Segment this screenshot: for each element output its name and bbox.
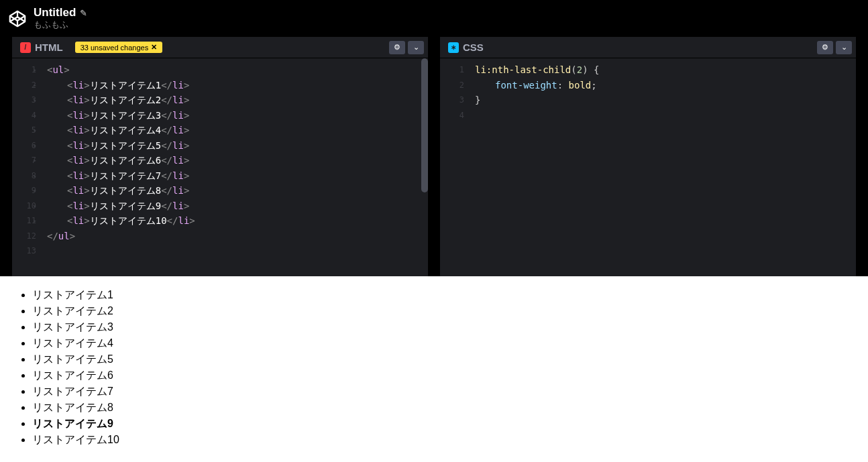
list-item: リストアイテム8: [32, 400, 863, 416]
css-panel: ∗ CSS ⚙ ⌄ 1234 li:nth-last-child(2) {fon…: [440, 37, 856, 276]
html-icon: /: [20, 42, 31, 53]
css-settings-button[interactable]: ⚙: [817, 41, 833, 54]
header-bar: Untitled ✎ もふもふ: [0, 0, 868, 37]
html-code[interactable]: <ul><li>リストアイテム1</li><li>リストアイテム2</li><l…: [42, 58, 428, 276]
list-item: リストアイテム5: [32, 351, 863, 367]
unsaved-text: 33 unsaved changes: [80, 44, 149, 52]
css-dropdown-button[interactable]: ⌄: [836, 41, 852, 54]
title-block: Untitled ✎ もふもふ: [34, 6, 87, 31]
scrollbar-thumb[interactable]: [421, 58, 428, 192]
edit-title-icon[interactable]: ✎: [80, 8, 87, 18]
html-tab-label: HTML: [35, 42, 63, 53]
chevron-down-icon: ⌄: [841, 43, 847, 52]
css-icon: ∗: [448, 42, 459, 53]
list-item: リストアイテム3: [32, 319, 863, 335]
gear-icon: ⚙: [822, 43, 828, 52]
codepen-logo[interactable]: [8, 9, 27, 28]
css-editor[interactable]: 1234 li:nth-last-child(2) {font-weight: …: [440, 58, 856, 276]
pen-title[interactable]: Untitled: [34, 6, 76, 19]
html-panel: / HTML 33 unsaved changes ✕ ⚙ ⌄ 1▸2▸3▸4▸…: [12, 37, 428, 276]
css-tab[interactable]: ∗ CSS: [440, 38, 492, 57]
html-tab[interactable]: / HTML: [12, 38, 71, 57]
editors-container: / HTML 33 unsaved changes ✕ ⚙ ⌄ 1▸2▸3▸4▸…: [0, 37, 868, 276]
list-item: リストアイテム2: [32, 303, 863, 319]
unsaved-changes-badge[interactable]: 33 unsaved changes ✕: [75, 42, 163, 53]
list-item: リストアイテム1: [32, 287, 863, 303]
css-gutter: 1234: [440, 58, 470, 276]
pen-author[interactable]: もふもふ: [34, 19, 87, 31]
html-panel-header: / HTML 33 unsaved changes ✕ ⚙ ⌄: [12, 37, 428, 58]
css-tab-label: CSS: [463, 42, 484, 53]
html-editor[interactable]: 1▸2▸3▸4▸5▸6▸7▸8▸9▸10▸11▸1213 <ul><li>リスト…: [12, 58, 428, 276]
list-item: リストアイテム10: [32, 432, 863, 448]
html-dropdown-button[interactable]: ⌄: [408, 41, 424, 54]
css-code[interactable]: li:nth-last-child(2) {font-weight: bold;…: [470, 58, 856, 276]
list-item: リストアイテム4: [32, 335, 863, 351]
list-item: リストアイテム9: [32, 416, 863, 432]
chevron-down-icon: ⌄: [413, 43, 419, 52]
output-list: リストアイテム1リストアイテム2リストアイテム3リストアイテム4リストアイテム5…: [5, 287, 863, 448]
close-icon[interactable]: ✕: [151, 43, 157, 52]
css-panel-header: ∗ CSS ⚙ ⌄: [440, 37, 856, 58]
html-settings-button[interactable]: ⚙: [389, 41, 405, 54]
list-item: リストアイテム7: [32, 384, 863, 400]
gear-icon: ⚙: [394, 43, 400, 52]
output-preview[interactable]: リストアイテム1リストアイテム2リストアイテム3リストアイテム4リストアイテム5…: [0, 276, 868, 462]
html-gutter: 1▸2▸3▸4▸5▸6▸7▸8▸9▸10▸11▸1213: [12, 58, 42, 276]
list-item: リストアイテム6: [32, 367, 863, 384]
